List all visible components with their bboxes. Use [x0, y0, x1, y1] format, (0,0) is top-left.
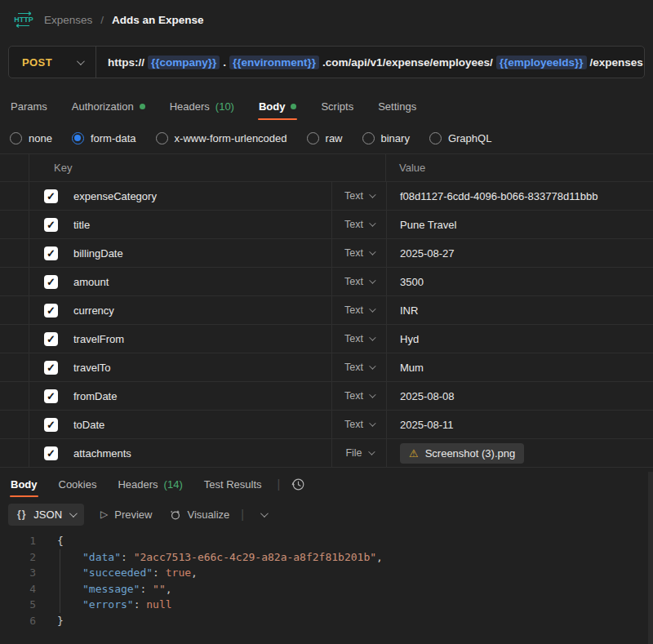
- value-text[interactable]: Mum: [400, 362, 424, 374]
- preview-button[interactable]: ▷ Preview: [100, 509, 152, 521]
- scrollbar-track[interactable]: [648, 472, 653, 644]
- body-mode-raw[interactable]: raw: [307, 132, 343, 144]
- value-type-label: Text: [344, 362, 363, 373]
- key-text[interactable]: attachments: [73, 447, 131, 460]
- chevron-down-icon: [369, 277, 375, 283]
- value-text[interactable]: INR: [400, 304, 418, 317]
- file-attachment-chip[interactable]: ⚠Screenshot (3).png: [400, 443, 524, 464]
- value-type-dropdown[interactable]: Text: [331, 182, 387, 210]
- key-text[interactable]: billingDate: [73, 247, 123, 260]
- row-drag-handle[interactable]: [0, 325, 29, 353]
- line-number: 4: [0, 581, 36, 597]
- key-cell: ✓attachments: [29, 439, 331, 467]
- value-type-dropdown[interactable]: Text: [331, 268, 387, 295]
- row-drag-handle[interactable]: [0, 182, 29, 210]
- row-drag-handle[interactable]: [0, 353, 29, 381]
- tab-label: Body: [259, 100, 286, 113]
- key-text[interactable]: fromDate: [73, 390, 117, 402]
- row-drag-handle[interactable]: [0, 239, 29, 267]
- tab-headers[interactable]: Headers(10): [169, 90, 235, 122]
- visualize-wand-icon: [169, 509, 181, 521]
- method-selector[interactable]: POST: [9, 47, 96, 78]
- value-text[interactable]: 2025-08-08: [400, 390, 455, 402]
- breadcrumb-collection[interactable]: Expenses: [44, 14, 92, 26]
- row-checkbox[interactable]: ✓: [44, 446, 58, 460]
- response-tab-body[interactable]: Body: [10, 468, 38, 500]
- tab-params[interactable]: Params: [10, 90, 48, 122]
- body-mode-label: raw: [326, 132, 343, 144]
- tab-settings[interactable]: Settings: [377, 90, 417, 122]
- chevron-down-icon: [369, 191, 375, 198]
- row-drag-handle[interactable]: [0, 411, 29, 438]
- row-checkbox[interactable]: ✓: [44, 389, 58, 403]
- key-cell: ✓amount: [29, 268, 331, 295]
- row-checkbox[interactable]: ✓: [44, 189, 58, 203]
- key-cell: ✓title: [29, 211, 331, 238]
- value-type-dropdown[interactable]: Text: [331, 382, 387, 410]
- key-text[interactable]: title: [73, 219, 90, 231]
- value-type-label: Text: [344, 219, 363, 230]
- body-mode-graphql[interactable]: GraphQL: [429, 132, 491, 144]
- chevron-down-icon[interactable]: [260, 509, 269, 517]
- row-drag-handle[interactable]: [0, 296, 29, 324]
- radio-button-icon: [362, 132, 375, 144]
- key-text[interactable]: currency: [73, 304, 114, 317]
- visualize-button[interactable]: Visualize: [169, 509, 230, 521]
- row-drag-handle[interactable]: [0, 268, 29, 295]
- value-type-dropdown[interactable]: File: [331, 439, 387, 467]
- body-mode-form-data[interactable]: form-data: [72, 132, 136, 144]
- value-type-dropdown[interactable]: Text: [331, 325, 387, 353]
- key-cell: ✓fromDate: [29, 382, 331, 410]
- value-type-dropdown[interactable]: Text: [331, 411, 387, 438]
- row-drag-handle[interactable]: [0, 439, 29, 467]
- key-text[interactable]: amount: [73, 276, 109, 288]
- value-text[interactable]: Pune Travel: [400, 219, 456, 231]
- value-cell: Pune Travel: [387, 211, 653, 238]
- value-type-label: File: [345, 447, 362, 459]
- breadcrumb-request-name[interactable]: Adds an Expense: [112, 14, 204, 26]
- value-type-dropdown[interactable]: Text: [331, 296, 387, 324]
- response-tab-test-results[interactable]: Test Results: [203, 468, 263, 500]
- value-type-label: Text: [344, 304, 363, 316]
- row-drag-handle[interactable]: [0, 211, 29, 238]
- row-checkbox[interactable]: ✓: [44, 218, 58, 232]
- body-mode-x-www-form-urlencoded[interactable]: x-www-form-urlencoded: [156, 132, 287, 144]
- value-text[interactable]: 3500: [400, 276, 424, 288]
- table-row: ✓titleTextPune Travel: [0, 211, 653, 239]
- response-tab-cookies[interactable]: Cookies: [58, 468, 98, 500]
- code-line-content: "errors": null: [36, 597, 172, 613]
- key-cell: ✓expenseCategory: [29, 182, 331, 210]
- response-tab-headers[interactable]: Headers(14): [117, 468, 183, 500]
- response-body-viewer[interactable]: 1{2"data": "2acc7513-e66c-4c29-a82a-a8f2…: [0, 528, 653, 628]
- body-mode-none[interactable]: none: [10, 132, 52, 144]
- value-text[interactable]: f08d1127-6cdd-4096-b066-833778d11bbb: [400, 190, 597, 202]
- value-text[interactable]: 2025-08-11: [400, 419, 454, 431]
- row-checkbox[interactable]: ✓: [44, 418, 58, 432]
- value-text[interactable]: Hyd: [400, 333, 419, 345]
- key-text[interactable]: travelFrom: [73, 333, 124, 345]
- key-text[interactable]: travelTo: [73, 362, 111, 374]
- value-text[interactable]: 2025-08-27: [400, 247, 455, 260]
- method-label: POST: [22, 56, 52, 69]
- value-type-dropdown[interactable]: Text: [331, 353, 387, 381]
- value-type-dropdown[interactable]: Text: [331, 239, 387, 267]
- code-token: {: [57, 535, 64, 547]
- row-checkbox[interactable]: ✓: [44, 304, 58, 318]
- value-cell: f08d1127-6cdd-4096-b066-833778d11bbb: [387, 182, 653, 210]
- code-token: :: [134, 598, 147, 611]
- response-format-dropdown[interactable]: {} JSON: [8, 504, 84, 526]
- tab-body[interactable]: Body: [258, 90, 298, 122]
- row-checkbox[interactable]: ✓: [44, 246, 58, 260]
- row-checkbox[interactable]: ✓: [44, 275, 58, 289]
- response-history-button[interactable]: [291, 477, 305, 491]
- body-mode-binary[interactable]: binary: [362, 132, 410, 144]
- key-text[interactable]: expenseCategory: [73, 190, 157, 202]
- value-type-dropdown[interactable]: Text: [331, 211, 387, 238]
- key-text[interactable]: toDate: [73, 419, 104, 431]
- url-input[interactable]: https://{{company}}.{{environment}}.com/…: [96, 56, 644, 69]
- tab-authorization[interactable]: Authorization: [71, 90, 146, 122]
- row-drag-handle[interactable]: [0, 382, 29, 410]
- tab-scripts[interactable]: Scripts: [320, 90, 354, 122]
- row-checkbox[interactable]: ✓: [44, 361, 58, 375]
- row-checkbox[interactable]: ✓: [44, 332, 58, 346]
